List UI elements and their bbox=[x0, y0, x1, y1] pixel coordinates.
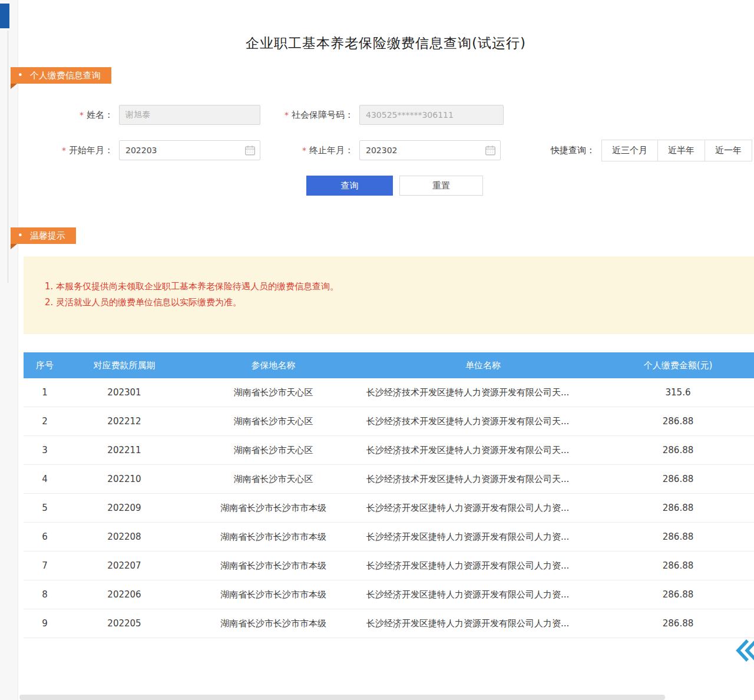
page-title: 企业职工基本养老保险缴费信息查询(试运行) bbox=[18, 34, 754, 52]
table-cell: 202206 bbox=[66, 580, 183, 609]
end-month-input[interactable] bbox=[359, 140, 501, 160]
table-cell: 286.88 bbox=[602, 407, 754, 436]
table-cell: 202208 bbox=[66, 523, 183, 552]
section-badge-tips: • 温馨提示 bbox=[11, 227, 76, 244]
table-cell: 202207 bbox=[66, 552, 183, 580]
table-row: 4202210湖南省长沙市天心区长沙经济技术开发区捷特人力资源开发有限公司天..… bbox=[24, 465, 754, 494]
ssn-label: 社会保障号码： bbox=[292, 110, 353, 121]
table-cell: 长沙经济开发区捷特人力资源开发有限公司人力资... bbox=[364, 552, 602, 580]
table-row: 6202208湖南省长沙市长沙市市本级长沙经济开发区捷特人力资源开发有限公司人力… bbox=[24, 523, 754, 552]
table-cell: 286.88 bbox=[602, 552, 754, 580]
quick-query-last-half-year-button[interactable]: 近半年 bbox=[657, 140, 705, 161]
table-cell: 286.88 bbox=[602, 580, 754, 609]
badge-fold-decoration bbox=[11, 244, 17, 249]
table-cell: 长沙经济开发区捷特人力资源开发有限公司人力资... bbox=[364, 609, 602, 638]
header-period: 对应费款所属期 bbox=[66, 352, 183, 378]
section-badge-label: 个人缴费信息查询 bbox=[30, 70, 101, 81]
double-chevron-left-icon[interactable] bbox=[734, 638, 754, 663]
start-month-label: 开始年月： bbox=[69, 145, 113, 156]
payments-table-body: 1202301湖南省长沙市天心区长沙经济技术开发区捷特人力资源开发有限公司天..… bbox=[24, 378, 754, 638]
query-button[interactable]: 查询 bbox=[306, 176, 393, 196]
calendar-icon[interactable] bbox=[485, 145, 496, 156]
section-badge-label: 温馨提示 bbox=[30, 230, 65, 242]
table-cell: 湖南省长沙市长沙市市本级 bbox=[183, 609, 364, 638]
header-seq: 序号 bbox=[24, 352, 66, 378]
required-asterisk: * bbox=[285, 110, 289, 120]
table-row: 2202212湖南省长沙市天心区长沙经济技术开发区捷特人力资源开发有限公司天..… bbox=[24, 407, 754, 436]
table-cell: 湖南省长沙市天心区 bbox=[183, 378, 364, 407]
table-cell: 湖南省长沙市天心区 bbox=[183, 407, 364, 436]
table-cell: 315.6 bbox=[602, 378, 754, 407]
table-cell: 长沙经济开发区捷特人力资源开发有限公司人力资... bbox=[364, 523, 602, 552]
table-row: 5202209湖南省长沙市长沙市市本级长沙经济开发区捷特人力资源开发有限公司人力… bbox=[24, 494, 754, 523]
quick-query-last-3-months-button[interactable]: 近三个月 bbox=[601, 140, 658, 161]
name-input bbox=[119, 105, 260, 125]
name-label: 姓名： bbox=[87, 110, 113, 121]
table-row: 8202206湖南省长沙市长沙市市本级长沙经济开发区捷特人力资源开发有限公司人力… bbox=[24, 580, 754, 609]
table-cell: 湖南省长沙市长沙市市本级 bbox=[183, 494, 364, 523]
table-cell: 湖南省长沙市长沙市市本级 bbox=[183, 552, 364, 580]
table-cell: 202211 bbox=[66, 436, 183, 465]
reset-button[interactable]: 重置 bbox=[399, 176, 483, 196]
table-cell: 湖南省长沙市长沙市市本级 bbox=[183, 580, 364, 609]
table-cell: 286.88 bbox=[602, 436, 754, 465]
table-cell: 4 bbox=[24, 465, 66, 494]
calendar-icon[interactable] bbox=[244, 145, 256, 156]
table-cell: 长沙经济技术开发区捷特人力资源开发有限公司天... bbox=[364, 436, 602, 465]
name-field-group: * 姓名： bbox=[59, 105, 260, 125]
sidebar-collapsed-tab[interactable] bbox=[0, 4, 9, 28]
table-cell: 9 bbox=[24, 609, 66, 638]
table-cell: 6 bbox=[24, 523, 66, 552]
table-cell: 长沙经济技术开发区捷特人力资源开发有限公司天... bbox=[364, 378, 602, 407]
table-cell: 2 bbox=[24, 407, 66, 436]
header-location: 参保地名称 bbox=[183, 352, 364, 378]
bullet-icon: • bbox=[18, 232, 23, 240]
table-row: 1202301湖南省长沙市天心区长沙经济技术开发区捷特人力资源开发有限公司天..… bbox=[24, 378, 754, 407]
table-cell: 202205 bbox=[66, 609, 183, 638]
table-cell: 长沙经济技术开发区捷特人力资源开发有限公司天... bbox=[364, 407, 602, 436]
quick-query-last-year-button[interactable]: 近一年 bbox=[705, 140, 752, 161]
table-cell: 5 bbox=[24, 494, 66, 523]
tips-line: 2. 灵活就业人员的缴费单位信息以实际缴费为准。 bbox=[45, 295, 742, 311]
table-cell: 286.88 bbox=[602, 494, 754, 523]
collapsed-side-rail bbox=[0, 0, 18, 700]
table-cell: 286.88 bbox=[602, 465, 754, 494]
table-cell: 1 bbox=[24, 378, 66, 407]
start-month-field-group: * 开始年月： bbox=[51, 140, 260, 160]
ssn-input bbox=[359, 105, 504, 125]
table-cell: 202301 bbox=[66, 378, 183, 407]
quick-query-label: 快捷查询： bbox=[551, 145, 595, 156]
header-company: 单位名称 bbox=[364, 352, 602, 378]
end-month-field-group: * 终止年月： bbox=[292, 140, 501, 160]
table-cell: 202210 bbox=[66, 465, 183, 494]
horizontal-scrollbar[interactable] bbox=[19, 695, 665, 700]
badge-fold-decoration bbox=[11, 84, 17, 89]
table-cell: 长沙经济技术开发区捷特人力资源开发有限公司天... bbox=[364, 465, 602, 494]
side-rail-divider bbox=[8, 31, 8, 283]
table-cell: 286.88 bbox=[602, 523, 754, 552]
table-cell: 长沙经济开发区捷特人力资源开发有限公司人力资... bbox=[364, 494, 602, 523]
table-cell: 湖南省长沙市天心区 bbox=[183, 436, 364, 465]
table-cell: 3 bbox=[24, 436, 66, 465]
required-asterisk: * bbox=[80, 110, 84, 120]
required-asterisk: * bbox=[302, 146, 306, 155]
section-badge-personal-query: • 个人缴费信息查询 bbox=[11, 67, 111, 84]
table-cell: 202209 bbox=[66, 494, 183, 523]
table-row: 9202205湖南省长沙市长沙市市本级长沙经济开发区捷特人力资源开发有限公司人力… bbox=[24, 609, 754, 638]
table-cell: 8 bbox=[24, 580, 66, 609]
table-row: 3202211湖南省长沙市天心区长沙经济技术开发区捷特人力资源开发有限公司天..… bbox=[24, 436, 754, 465]
start-month-input[interactable] bbox=[119, 140, 260, 160]
ssn-field-group: * 社会保障号码： bbox=[273, 105, 504, 125]
end-month-label: 终止年月： bbox=[309, 145, 353, 156]
bullet-icon: • bbox=[18, 71, 23, 80]
table-row: 7202207湖南省长沙市长沙市市本级长沙经济开发区捷特人力资源开发有限公司人力… bbox=[24, 552, 754, 580]
header-amount: 个人缴费金额(元) bbox=[602, 352, 754, 378]
payments-table: 序号 对应费款所属期 参保地名称 单位名称 个人缴费金额(元) 1202301湖… bbox=[24, 352, 754, 638]
table-cell: 湖南省长沙市长沙市市本级 bbox=[183, 523, 364, 552]
table-cell: 7 bbox=[24, 552, 66, 580]
tips-notice-box: 1. 本服务仅提供尚未领取企业职工基本养老保险待遇人员的缴费信息查询。 2. 灵… bbox=[24, 256, 754, 334]
table-cell: 286.88 bbox=[602, 609, 754, 638]
quick-query-group: 快捷查询： 近三个月 近半年 近一年 bbox=[551, 140, 752, 161]
table-cell: 202212 bbox=[66, 407, 183, 436]
required-asterisk: * bbox=[62, 146, 66, 155]
